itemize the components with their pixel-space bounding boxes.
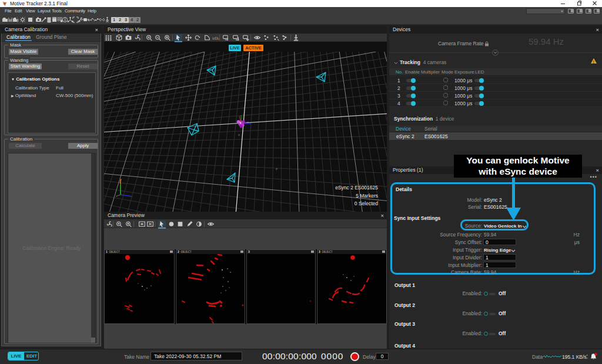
svg-text:LCL: LCL [213,36,220,40]
svg-text:z: z [276,167,277,171]
svg-text:x: x [238,133,240,136]
